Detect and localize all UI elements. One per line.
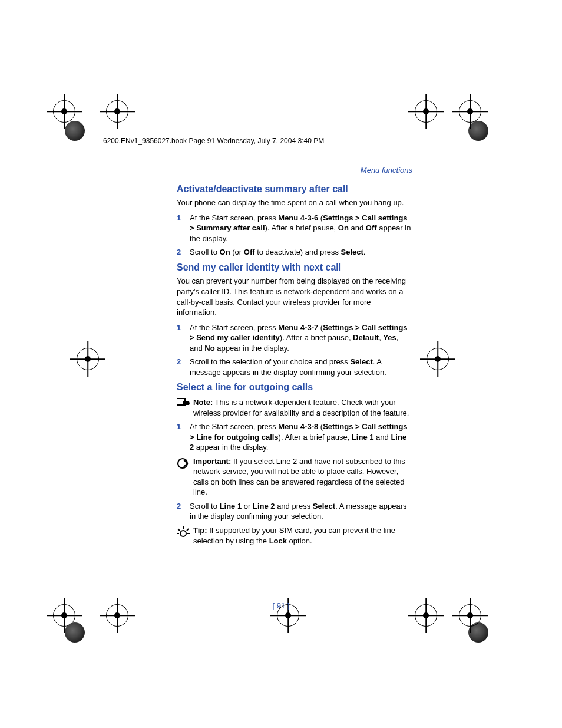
- crop-mark: [415, 604, 462, 651]
- registration-dot: [65, 121, 85, 141]
- svg-line-5: [187, 529, 189, 531]
- heading-summary-after-call: Activate/deactivate summary after call: [177, 183, 412, 196]
- step-item: 2 Scroll to the selection of your choice…: [177, 357, 412, 377]
- step-item: 1 At the Start screen, press Menu 4-3-8 …: [177, 421, 412, 453]
- crop-mark: [427, 348, 474, 395]
- important-icon: [177, 456, 193, 472]
- heading-caller-identity: Send my caller identity with next call: [177, 261, 412, 274]
- crop-mark: [106, 604, 153, 651]
- step-number: 2: [177, 501, 190, 522]
- step-number: 1: [177, 322, 190, 354]
- important-text: Important: If you select Line 2 and have…: [193, 456, 412, 498]
- print-header-rule: [94, 146, 468, 146]
- tip-block: Tip: If supported by your SIM card, you …: [177, 525, 412, 546]
- step-number: 2: [177, 247, 190, 258]
- step-body: Scroll to the selection of your choice a…: [190, 357, 412, 377]
- note-block: Note: This is a network-dependent featur…: [177, 397, 412, 418]
- svg-point-1: [178, 459, 187, 468]
- step-item: 2 Scroll to On (or Off to deactivate) an…: [177, 247, 412, 258]
- intro-text: Your phone can display the time spent on…: [177, 197, 412, 208]
- note-text: Note: This is a network-dependent featur…: [193, 397, 412, 418]
- crop-mark: [277, 604, 324, 651]
- heading-select-line: Select a line for outgoing calls: [177, 381, 412, 394]
- svg-line-4: [178, 529, 180, 531]
- crop-mark: [459, 604, 506, 651]
- step-body: At the Start screen, press Menu 4-3-6 (S…: [190, 213, 412, 244]
- tip-text: Tip: If supported by your SIM card, you …: [193, 525, 412, 546]
- print-header: 6200.ENv1_9356027.book Page 91 Wednesday…: [103, 137, 324, 145]
- section-label: Menu functions: [177, 165, 412, 176]
- step-item: 2 Scroll to Line 1 or Line 2 and press S…: [177, 501, 412, 522]
- step-item: 1 At the Start screen, press Menu 4-3-7 …: [177, 322, 412, 354]
- step-body: At the Start screen, press Menu 4-3-8 (S…: [190, 421, 412, 453]
- step-body: At the Start screen, press Menu 4-3-7 (S…: [190, 322, 412, 354]
- page-number: [ 91 ]: [0, 601, 562, 610]
- crop-mark: [77, 348, 124, 395]
- tip-icon: [177, 525, 193, 541]
- important-block: Important: If you select Line 2 and have…: [177, 456, 412, 498]
- step-number: 1: [177, 213, 190, 244]
- step-number: 1: [177, 421, 190, 453]
- registration-dot: [65, 622, 85, 643]
- crop-mark: [459, 100, 506, 147]
- step-number: 2: [177, 357, 190, 377]
- page-content: Menu functions Activate/deactivate summa…: [177, 165, 412, 549]
- step-body: Scroll to Line 1 or Line 2 and press Sel…: [190, 501, 412, 522]
- crop-mark: [415, 100, 462, 147]
- step-item: 1 At the Start screen, press Menu 4-3-6 …: [177, 213, 412, 244]
- intro-text: You can prevent your number from being d…: [177, 276, 412, 317]
- svg-point-2: [180, 531, 186, 536]
- note-icon: [177, 397, 193, 411]
- step-body: Scroll to On (or Off to deactivate) and …: [190, 247, 412, 258]
